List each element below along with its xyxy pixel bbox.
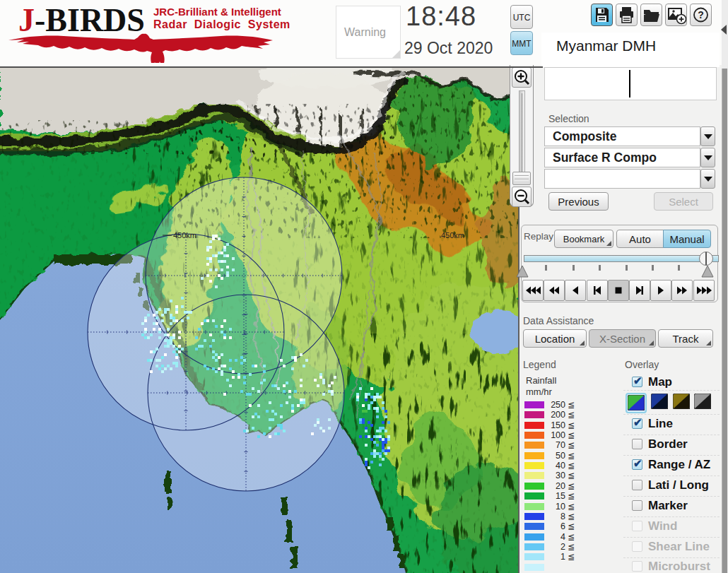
svg-text:450km: 450km — [173, 231, 196, 240]
svg-text:450km: 450km — [441, 231, 464, 240]
svg-text:?: ? — [698, 9, 704, 20]
